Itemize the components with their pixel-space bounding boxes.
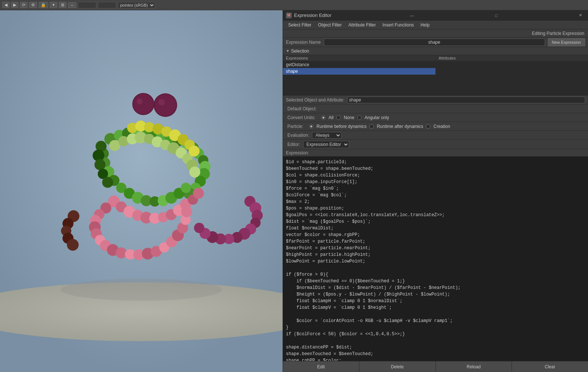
svg-point-4 [137,99,143,104]
selected-object-input[interactable] [347,97,585,103]
toolbar-btn-5[interactable]: 🔒 [39,2,48,8]
expression-section-label: Expression: [286,150,309,155]
selected-object-row: Selected Object and Attribute: [283,96,588,104]
svg-point-59 [181,183,191,193]
svg-point-37 [189,167,200,178]
menu-help[interactable]: Help [417,22,433,28]
convert-units-label: Convert Units: [287,115,315,120]
toolbar-btn-4[interactable]: ⚙ [29,2,37,8]
expression-code-area[interactable]: $id = shape.particleId; $beenTouched = s… [283,157,588,361]
toolbar-value1[interactable]: 0.00 [78,2,96,8]
svg-point-95 [193,188,204,199]
toolbar-btn-3[interactable]: ⟳ [20,2,28,8]
expr-name-label: Expression Name [286,40,321,45]
toolbar-btn-6[interactable]: ✦ [50,2,57,8]
expression-item-getdistance[interactable]: getDistance [283,61,435,68]
bottom-buttons: Edit Delete Reload Clear [283,361,588,372]
radio-angular-only-label: Angular only [365,115,389,120]
svg-point-46 [189,146,200,157]
particle-row: Particle: Runtime before dynamics Runtim… [283,122,588,131]
scene-svg [0,10,283,372]
viewport: theblob.ma [0,10,283,372]
particle-label: Particle: [287,124,303,129]
panel-title: Expression Editor [294,12,331,18]
edit-button[interactable]: Edit [283,361,359,372]
selection-arrow: ▼ [286,49,290,53]
extra-list-area [283,85,588,96]
svg-point-64 [102,177,113,188]
attributes-col: Attributes [436,55,588,84]
menu-object-filter[interactable]: Object Filter [315,22,345,28]
new-expression-button[interactable]: New Expression [548,38,585,46]
panel-titlebar: M Expression Editor — □ ✕ [283,10,588,21]
editor-dropdown[interactable]: Expression Editor [303,141,349,148]
attributes-header: Attributes [436,55,588,61]
svg-point-112 [194,223,204,233]
convert-units-group: All None Angular only [321,115,389,120]
expressions-col: Expressions getDistance shape [283,55,436,84]
radio-runtime-before[interactable] [309,124,313,129]
selection-header[interactable]: ▼ Selection [283,47,588,55]
svg-point-93 [181,206,192,217]
default-object-label: Default Object: [287,106,316,111]
radio-none-label: None [344,115,354,120]
menu-select-filter[interactable]: Select Filter [285,22,314,28]
evaluation-label: Evaluation: [287,133,309,138]
editor-label: Editor: [287,142,300,147]
toolbar-dropdown[interactable]: pointes (sRGB) [118,2,155,8]
selection-section: ▼ Selection Expressions getDistance shap… [283,47,588,149]
panel-maximize-btn[interactable]: □ [492,12,501,18]
menu-insert-functions[interactable]: Insert Functions [380,22,417,28]
expressions-list: getDistance shape [283,61,435,84]
radio-creation[interactable] [426,124,430,129]
editor-row: Editor: Expression Editor [283,140,588,149]
expression-editor-panel: M Expression Editor — □ ✕ Select Filter … [283,10,588,372]
panel-menubar: Select Filter Object Filter Attribute Fi… [283,21,588,29]
svg-point-6 [154,94,176,116]
maya-icon: M [286,12,292,18]
expressions-header: Expressions [283,55,435,61]
particle-group: Runtime before dynamics Runtime after dy… [309,124,450,129]
top-toolbar: ◀ ▶ ⟳ ⚙ 🔒 ✦ ⊞ ↔ 0.00 1.00 pointes (sRGB) [0,0,588,10]
radio-angular-only[interactable] [357,115,362,120]
svg-point-7 [158,99,165,105]
radio-all[interactable] [321,115,326,120]
svg-point-100 [67,239,79,251]
editing-label: Editing Particle Expression [532,31,584,36]
convert-units-row: Convert Units: All None Angular only [283,113,588,122]
clear-button[interactable]: Clear [512,361,588,372]
evaluation-dropdown[interactable]: Always [312,132,341,139]
lists-row: Expressions getDistance shape Attributes [283,55,588,85]
menu-attribute-filter[interactable]: Attribute Filter [345,22,379,28]
radio-none[interactable] [336,115,341,120]
svg-point-62 [94,159,105,170]
default-object-row: Default Object: [283,104,588,113]
toolbar-btn-8[interactable]: ↔ [68,2,76,8]
radio-runtime-after[interactable] [369,124,374,129]
expression-label-row: Expression: [283,149,588,157]
attributes-list [436,61,588,84]
expr-name-row: Expression Name New Expression [283,37,588,47]
toolbar-value2[interactable]: 1.00 [98,2,116,8]
radio-runtime-after-label: Runtime after dynamics [377,124,423,129]
svg-point-3 [133,94,154,114]
expression-item-shape[interactable]: shape [283,68,435,75]
expression-name-input[interactable] [324,39,545,46]
panel-close-btn[interactable]: ✕ [576,12,585,18]
selected-object-label: Selected Object and Attribute: [286,97,344,103]
toolbar-btn-7[interactable]: ⊞ [59,2,67,8]
evaluation-row: Evaluation: Always [283,131,588,140]
radio-runtime-before-label: Runtime before dynamics [316,124,366,129]
toolbar-btn-1[interactable]: ◀ [2,2,10,8]
editing-label-row: Editing Particle Expression [283,29,588,37]
radio-all-label: All [329,115,333,120]
radio-creation-label: Creation [433,124,450,129]
svg-point-83 [116,247,127,258]
panel-minimize-btn[interactable]: — [407,12,417,18]
reload-button[interactable]: Reload [436,361,512,372]
selection-label: Selection [291,49,309,54]
delete-button[interactable]: Delete [359,361,436,372]
toolbar-btn-2[interactable]: ▶ [11,2,18,8]
svg-point-113 [61,279,222,301]
